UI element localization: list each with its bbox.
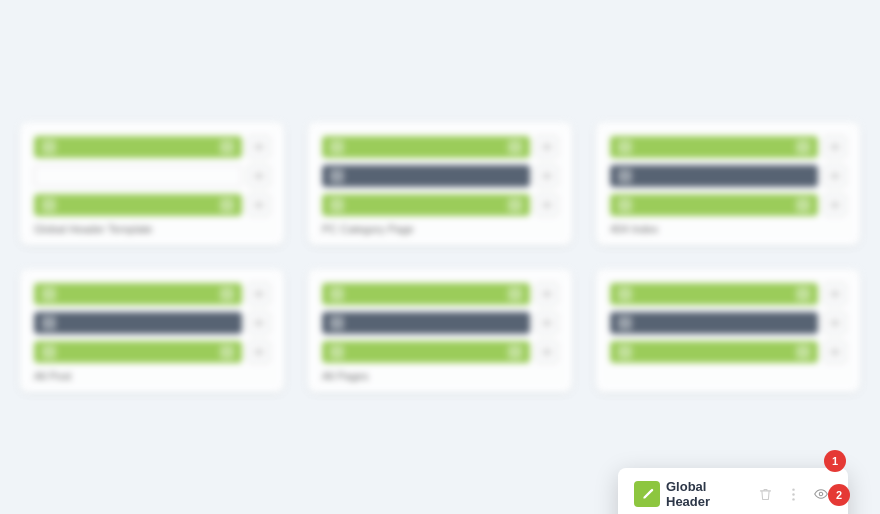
svg-point-18 xyxy=(792,488,794,490)
card-2: PC Category Page xyxy=(308,122,572,245)
bar-icon xyxy=(618,345,632,359)
bar-white-1 xyxy=(34,165,242,187)
bar-row-1 xyxy=(34,283,270,305)
card-label-3: 404 Index xyxy=(610,223,846,235)
bar-dark xyxy=(322,312,530,334)
card-5: All Pages xyxy=(308,269,572,392)
bar-icon xyxy=(796,198,810,212)
bar-icon xyxy=(220,140,234,154)
svg-point-1 xyxy=(258,175,261,178)
eye-button[interactable] xyxy=(824,165,846,187)
eye-button[interactable] xyxy=(824,312,846,334)
bar-green xyxy=(322,136,530,158)
popup-panel: Global Header Custom Body xyxy=(618,468,848,514)
bar-row-2 xyxy=(322,312,558,334)
bar-row-3 xyxy=(610,194,846,216)
eye-button[interactable] xyxy=(536,194,558,216)
bar-green xyxy=(610,136,818,158)
svg-point-3 xyxy=(546,146,549,149)
bar-dark xyxy=(34,312,242,334)
bar-icon xyxy=(508,287,522,301)
svg-point-5 xyxy=(546,204,549,207)
bar-icon xyxy=(42,345,56,359)
bar-green-2 xyxy=(322,194,530,216)
bar-icon xyxy=(330,140,344,154)
eye-button[interactable] xyxy=(824,341,846,363)
bar-icon xyxy=(42,140,56,154)
bar-row-1 xyxy=(322,136,558,158)
dots-button-global-header[interactable] xyxy=(782,483,804,505)
eye-button[interactable] xyxy=(248,165,270,187)
eye-button[interactable] xyxy=(248,312,270,334)
template-grid: Global Header Template xyxy=(20,122,860,392)
bar-row-3 xyxy=(322,194,558,216)
bar-green-2 xyxy=(34,341,242,363)
eye-button[interactable] xyxy=(248,341,270,363)
svg-point-11 xyxy=(258,351,261,354)
svg-point-17 xyxy=(834,351,837,354)
bar-icon xyxy=(508,140,522,154)
card-4: All Post xyxy=(20,269,284,392)
bar-green xyxy=(610,283,818,305)
svg-point-14 xyxy=(546,351,549,354)
eye-button[interactable] xyxy=(536,165,558,187)
edit-button-global-header[interactable] xyxy=(634,481,660,507)
svg-point-13 xyxy=(546,322,549,325)
bar-icon xyxy=(330,169,344,183)
bar-green xyxy=(322,283,530,305)
bar-icon xyxy=(508,198,522,212)
bar-icon xyxy=(618,169,632,183)
bar-row-3 xyxy=(34,341,270,363)
card-1: Global Header Template xyxy=(20,122,284,245)
bar-green-2 xyxy=(610,194,818,216)
bar-icon xyxy=(330,287,344,301)
bar-dark xyxy=(322,165,530,187)
bar-row-2 xyxy=(610,312,846,334)
bar-icon xyxy=(220,345,234,359)
bar-green-2 xyxy=(610,341,818,363)
bar-green-1 xyxy=(34,136,242,158)
bar-row-1 xyxy=(610,283,846,305)
eye-button[interactable] xyxy=(536,136,558,158)
svg-point-2 xyxy=(258,204,261,207)
popup-row-global-header[interactable]: Global Header xyxy=(630,476,836,512)
bar-icon xyxy=(330,198,344,212)
bar-row-2 xyxy=(610,165,846,187)
card-label-4: All Post xyxy=(34,370,270,382)
bar-row-3 xyxy=(322,341,558,363)
bar-row-2 xyxy=(34,312,270,334)
bar-green xyxy=(34,283,242,305)
bar-row-2 xyxy=(322,165,558,187)
eye-button[interactable] xyxy=(824,283,846,305)
bar-icon xyxy=(220,287,234,301)
bar-icon xyxy=(618,140,632,154)
svg-point-7 xyxy=(834,175,837,178)
svg-point-9 xyxy=(258,293,261,296)
eye-button[interactable] xyxy=(248,136,270,158)
svg-point-0 xyxy=(258,146,261,149)
svg-point-6 xyxy=(834,146,837,149)
eye-button[interactable] xyxy=(824,194,846,216)
card-label-2: PC Category Page xyxy=(322,223,558,235)
eye-button[interactable] xyxy=(824,136,846,158)
bar-green-2 xyxy=(34,194,242,216)
eye-button[interactable] xyxy=(536,341,558,363)
bar-row-1 xyxy=(34,136,270,158)
bar-icon xyxy=(42,198,56,212)
svg-point-10 xyxy=(258,322,261,325)
svg-point-15 xyxy=(834,293,837,296)
bar-row-3 xyxy=(34,194,270,216)
bar-row-1 xyxy=(322,283,558,305)
svg-point-4 xyxy=(546,175,549,178)
trash-button-global-header[interactable] xyxy=(754,483,776,505)
bar-icon xyxy=(330,316,344,330)
bar-dark xyxy=(610,312,818,334)
bar-row-1 xyxy=(610,136,846,158)
eye-button[interactable] xyxy=(248,283,270,305)
bar-dark xyxy=(610,165,818,187)
eye-button[interactable] xyxy=(536,283,558,305)
bar-icon xyxy=(508,345,522,359)
svg-point-20 xyxy=(792,498,794,500)
eye-button[interactable] xyxy=(536,312,558,334)
eye-button[interactable] xyxy=(248,194,270,216)
